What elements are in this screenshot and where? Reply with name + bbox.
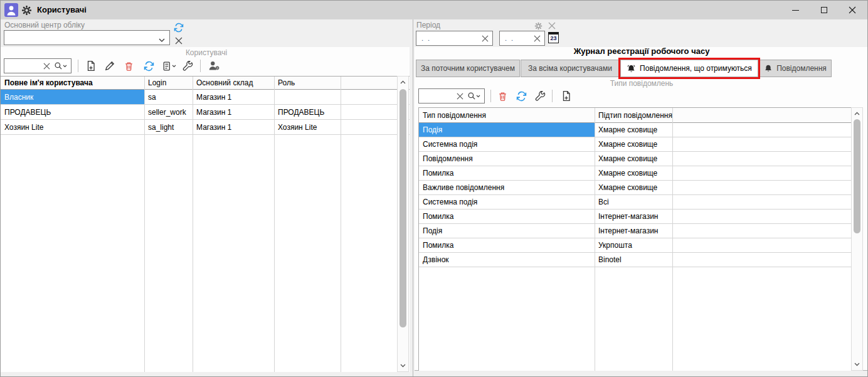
- tab-all-users[interactable]: За всіма користувачами: [521, 60, 620, 77]
- tab-received-notifications[interactable]: Повідомлення, що отримуються: [620, 60, 758, 77]
- type-cell[interactable]: Системна подія: [419, 137, 595, 151]
- user-login-cell[interactable]: sa: [144, 90, 193, 104]
- subtype-cell[interactable]: Binotel: [595, 253, 672, 267]
- subtype-cell[interactable]: Хмарне сховище: [595, 181, 672, 194]
- delete-user-button[interactable]: [121, 58, 136, 73]
- table-row[interactable]: Помилка Укрпошта: [419, 238, 851, 253]
- subtype-cell[interactable]: Інтернет-магазин: [595, 210, 672, 223]
- type-cell[interactable]: Помилка: [419, 210, 595, 223]
- subtype-cell[interactable]: Інтернет-магазин: [595, 224, 672, 238]
- type-cell[interactable]: Системна подія: [419, 195, 595, 209]
- wrench-icon: [183, 61, 193, 72]
- column-header[interactable]: Підтип повідомлення: [595, 108, 672, 122]
- panel-divider: [413, 19, 413, 377]
- tab-notifications[interactable]: Повідомлення: [759, 60, 832, 77]
- table-row[interactable]: Подія Інтернет-магазин: [419, 224, 851, 238]
- report-menu-button[interactable]: [159, 58, 178, 73]
- scroll-down-icon[interactable]: [398, 361, 408, 371]
- journal-title: Журнал реєстрації робочого часу: [415, 46, 868, 56]
- types-scrollbar[interactable]: [851, 107, 863, 371]
- table-row[interactable]: Дзвінок Binotel: [419, 253, 851, 267]
- refresh-types-button[interactable]: [514, 88, 529, 104]
- table-row[interactable]: Помилка Хмарне сховище: [419, 166, 851, 181]
- table-row[interactable]: Системна подія Хмарне сховище: [419, 137, 851, 152]
- column-header[interactable]: Тип повідомлення: [419, 108, 595, 122]
- column-divider: [595, 108, 595, 371]
- close-button[interactable]: [838, 1, 866, 19]
- column-divider: [193, 77, 193, 372]
- date-to-input[interactable]: . .: [499, 31, 545, 46]
- user-role-cell[interactable]: Хозяин Lite: [274, 120, 341, 134]
- types-search-input[interactable]: [419, 89, 455, 103]
- user-name-cell[interactable]: Хозяин Lite: [1, 120, 144, 134]
- search-clear-icon[interactable]: [455, 93, 465, 100]
- maximize-button[interactable]: [810, 1, 838, 19]
- scroll-up-icon[interactable]: [852, 109, 862, 119]
- refresh-icon: [144, 61, 154, 72]
- add-user-button[interactable]: [83, 58, 98, 73]
- user-login-cell[interactable]: sa_light: [144, 120, 193, 134]
- column-header[interactable]: Роль: [274, 77, 341, 89]
- user-login-cell[interactable]: seller_work: [144, 105, 193, 119]
- type-cell[interactable]: Помилка: [419, 166, 595, 180]
- scrollbar-thumb[interactable]: [854, 119, 860, 233]
- subtype-cell[interactable]: Укрпошта: [595, 238, 672, 252]
- user-warehouse-cell[interactable]: Магазин 1: [193, 105, 274, 119]
- scroll-up-icon[interactable]: [398, 77, 408, 87]
- types-settings-button[interactable]: [532, 88, 548, 104]
- period-clear-button[interactable]: [546, 18, 558, 33]
- subtype-cell[interactable]: Всі: [595, 195, 672, 209]
- user-role-cell[interactable]: [274, 90, 341, 104]
- minimize-button[interactable]: [781, 1, 810, 19]
- table-row[interactable]: Власник sa Магазин 1: [1, 90, 410, 105]
- table-row[interactable]: Системна подія Всі: [419, 195, 851, 210]
- clear-x-icon[interactable]: [532, 35, 544, 42]
- user-name-cell[interactable]: ПРОДАВЕЦЬ: [1, 105, 144, 119]
- type-cell[interactable]: Дзвінок: [419, 253, 595, 267]
- add-type-button[interactable]: [559, 88, 574, 104]
- table-row[interactable]: Важливе повідомлення Хмарне сховище: [419, 181, 851, 195]
- column-header[interactable]: Повне ім'я користувача: [1, 77, 144, 89]
- user-roles-button[interactable]: [206, 58, 221, 73]
- date-to-value: . .: [500, 35, 532, 42]
- search-magnifier-icon[interactable]: [52, 61, 69, 70]
- subtype-cell[interactable]: Хмарне сховище: [595, 137, 672, 151]
- users-search-input[interactable]: [4, 59, 41, 73]
- type-cell[interactable]: Подія: [419, 224, 595, 238]
- edit-user-button[interactable]: [102, 58, 117, 73]
- type-cell[interactable]: Важливе повідомлення: [419, 181, 595, 194]
- user-name-cell[interactable]: Власник: [1, 90, 144, 104]
- trash-icon: [124, 61, 134, 72]
- subtype-cell[interactable]: Хмарне сховище: [595, 123, 672, 137]
- calendar-day: 23: [549, 35, 558, 42]
- type-cell[interactable]: Повідомлення: [419, 152, 595, 166]
- scroll-down-icon[interactable]: [852, 359, 862, 369]
- table-row[interactable]: Повідомлення Хмарне сховище: [419, 152, 851, 166]
- column-header[interactable]: Основний склад: [193, 77, 274, 89]
- column-header[interactable]: Login: [144, 77, 193, 89]
- subtype-cell[interactable]: Хмарне сховище: [595, 166, 672, 180]
- users-scrollbar[interactable]: [397, 76, 409, 372]
- user-warehouse-cell[interactable]: Магазин 1: [193, 90, 274, 104]
- table-row[interactable]: Помилка Інтернет-магазин: [419, 210, 851, 224]
- account-center-combobox[interactable]: [4, 30, 170, 45]
- tab-current-user[interactable]: За поточним користувачем: [416, 60, 520, 77]
- table-row[interactable]: Хозяин Lite sa_light Магазин 1 Хозяин Li…: [1, 120, 410, 135]
- clear-x-icon[interactable]: [480, 35, 492, 42]
- date-from-input[interactable]: . .: [416, 31, 493, 46]
- type-cell[interactable]: Подія: [419, 123, 595, 137]
- refresh-users-button[interactable]: [141, 58, 156, 73]
- delete-type-button[interactable]: [495, 88, 510, 104]
- settings-wrench-button[interactable]: [180, 58, 195, 73]
- type-cell[interactable]: Помилка: [419, 238, 595, 252]
- table-row[interactable]: ПРОДАВЕЦЬ seller_work Магазин 1 ПРОДАВЕЦ…: [1, 105, 410, 120]
- user-warehouse-cell[interactable]: Магазин 1: [193, 120, 274, 134]
- subtype-cell[interactable]: Хмарне сховище: [595, 152, 672, 166]
- search-clear-icon[interactable]: [41, 63, 52, 70]
- user-role-cell[interactable]: ПРОДАВЕЦЬ: [274, 105, 341, 119]
- scrollbar-thumb[interactable]: [400, 89, 406, 327]
- account-clear-button[interactable]: [171, 33, 186, 48]
- search-magnifier-icon[interactable]: [465, 92, 482, 100]
- calendar-button[interactable]: 23: [548, 32, 559, 43]
- table-row[interactable]: Подія Хмарне сховище: [419, 123, 851, 137]
